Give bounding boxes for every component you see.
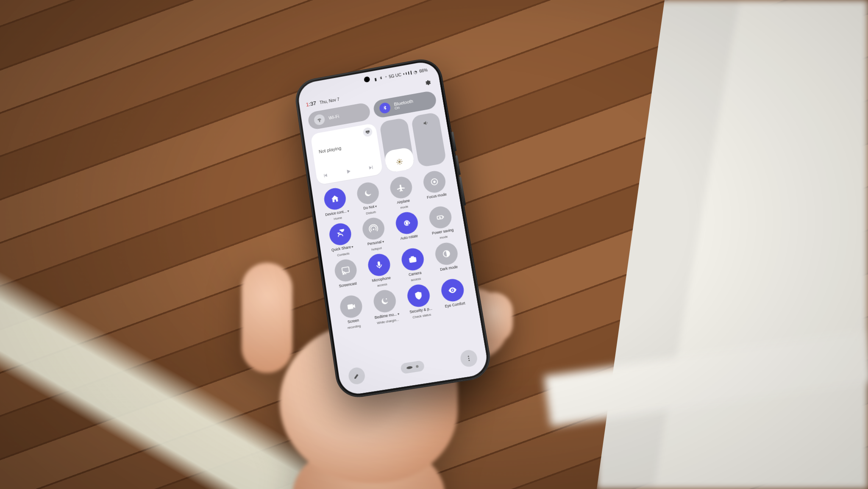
tiles-grid: Device cont...▾HomeDo Not▾DisturbAirplan…: [319, 169, 472, 331]
brightness-slider[interactable]: [379, 117, 415, 173]
camera-icon: [400, 247, 426, 272]
next-icon: [367, 164, 374, 171]
tile-screenrec[interactable]: Screenrecording: [334, 293, 370, 331]
power-button[interactable]: [459, 176, 466, 206]
gear-icon: [424, 79, 431, 86]
tile-dnd[interactable]: Do Not▾Disturb: [351, 180, 386, 217]
wifi-tile[interactable]: Wi-Fi: [307, 102, 371, 131]
tile-sublabel: mode: [440, 235, 448, 240]
play-icon: [345, 168, 352, 175]
background-baseboard: [544, 331, 868, 427]
tile-label: Screencast: [339, 281, 357, 288]
more-button[interactable]: [459, 349, 479, 368]
tile-label: Quick Share▾: [331, 245, 354, 253]
media-card[interactable]: Not playing: [310, 123, 383, 185]
hotspot-icon: [361, 216, 386, 241]
volume-down-button[interactable]: [455, 155, 461, 175]
tile-label: Eye Comfort: [445, 301, 465, 308]
sun-icon: [396, 158, 403, 166]
airplane-icon: [389, 175, 414, 200]
bluetooth-icon: [379, 102, 391, 114]
chevron-down-icon: ▾: [375, 204, 377, 208]
tile-label: Auto rotate: [400, 234, 418, 241]
tile-sublabel: Disturb: [366, 210, 376, 216]
time-rest: :37: [309, 100, 317, 107]
battery-icon: ◔: [413, 69, 417, 75]
tile-mic[interactable]: Microphoneaccess: [362, 251, 398, 289]
tile-bedtime[interactable]: Bedtime mo...▾While chargin...: [368, 288, 403, 326]
wifi-icon: [313, 114, 325, 126]
tile-label: Microphone: [372, 276, 391, 283]
tile-focus[interactable]: Focus mode: [417, 169, 453, 206]
settings-button[interactable]: [421, 77, 434, 89]
tile-sublabel: recording: [347, 324, 361, 330]
clock-date[interactable]: 1:37 Thu, Nov 7: [306, 95, 340, 108]
tile-label: Airplane: [397, 199, 410, 205]
shield-icon: [406, 283, 431, 308]
bluetooth-status-icon: [379, 76, 384, 81]
focus-icon: [422, 169, 447, 194]
tile-sublabel: Home: [334, 216, 342, 221]
chevron-down-icon: ▾: [382, 240, 384, 244]
airplay-icon: [365, 129, 370, 135]
media-prev-button[interactable]: [323, 172, 329, 179]
tile-airplane[interactable]: Airplanemode: [384, 174, 420, 211]
photo-background: ▮ ⁺5G UC ◔ 66% 1:37 Thu, Nov 7: [0, 0, 868, 489]
tile-sublabel: access: [411, 277, 421, 282]
time-hour: 1: [306, 101, 309, 108]
page-indicator[interactable]: [400, 360, 425, 374]
bluetooth-status: On: [395, 103, 415, 111]
home-icon: [323, 186, 347, 211]
panel-footer: [345, 348, 481, 386]
bluetooth-label: Bluetooth: [394, 99, 414, 107]
tile-powersave[interactable]: Power savingmode: [423, 204, 459, 242]
previous-icon: [323, 172, 329, 179]
tile-screencast[interactable]: Screencast: [329, 257, 364, 295]
tile-security[interactable]: Security & p...Check status: [401, 282, 437, 320]
volume-up-button[interactable]: [451, 131, 457, 151]
vibrate-icon: ▮: [374, 77, 377, 81]
tile-hotspot[interactable]: Personal▾hotspot: [357, 216, 392, 253]
phone-frame: [293, 56, 494, 400]
media-sliders-row: Not playing: [310, 112, 447, 185]
tile-label: Bedtime mo...▾: [374, 312, 400, 320]
media-play-button[interactable]: [345, 168, 352, 175]
volume-icon: [422, 119, 430, 127]
media-next-button[interactable]: [367, 164, 374, 171]
tile-sublabel: While chargin...: [377, 318, 399, 325]
tile-eyecomfort[interactable]: Eye Comfort: [435, 277, 472, 315]
eye-icon: [440, 277, 465, 303]
pencil-icon: [353, 372, 360, 380]
bluetooth-tile[interactable]: Bluetooth On: [373, 90, 437, 119]
volume-slider[interactable]: [411, 112, 447, 168]
tile-label: Power saving: [432, 228, 454, 236]
tile-quick-share[interactable]: Quick Share▾Contacts: [324, 221, 359, 258]
cast-icon: [333, 258, 358, 283]
share-icon: [328, 222, 353, 247]
bedtime-icon: [372, 288, 398, 314]
chevron-down-icon: ▾: [351, 245, 353, 249]
mic-icon: [367, 252, 392, 278]
tile-dark[interactable]: Dark mode: [429, 240, 465, 278]
front-camera: [364, 76, 370, 83]
panel-header: 1:37 Thu, Nov 7: [305, 77, 434, 110]
rotate-icon: [394, 211, 420, 236]
media-not-playing: Not playing: [318, 140, 373, 154]
media-output-button[interactable]: [363, 127, 373, 137]
battery-icon: [428, 205, 453, 231]
tile-sublabel: Contacts: [337, 251, 350, 257]
tile-sublabel: hotspot: [371, 246, 382, 251]
tile-camera[interactable]: Cameraaccess: [396, 246, 431, 283]
edit-tiles-button[interactable]: [348, 367, 366, 386]
background-cabinet: [597, 0, 868, 489]
tile-sublabel: mode: [400, 205, 409, 210]
signal-bars-icon: [403, 71, 412, 76]
tile-sublabel: Check status: [412, 312, 431, 319]
brightness-fill: [384, 147, 415, 173]
media-controls: [322, 164, 376, 179]
tile-label: Personal▾: [367, 240, 384, 247]
tile-autorotate[interactable]: Auto rotate: [390, 210, 426, 247]
screen: ▮ ⁺5G UC ◔ 66% 1:37 Thu, Nov 7: [296, 60, 490, 397]
tile-label: Do Not▾: [363, 204, 377, 211]
tile-device-control[interactable]: Device cont...▾Home: [319, 186, 353, 223]
